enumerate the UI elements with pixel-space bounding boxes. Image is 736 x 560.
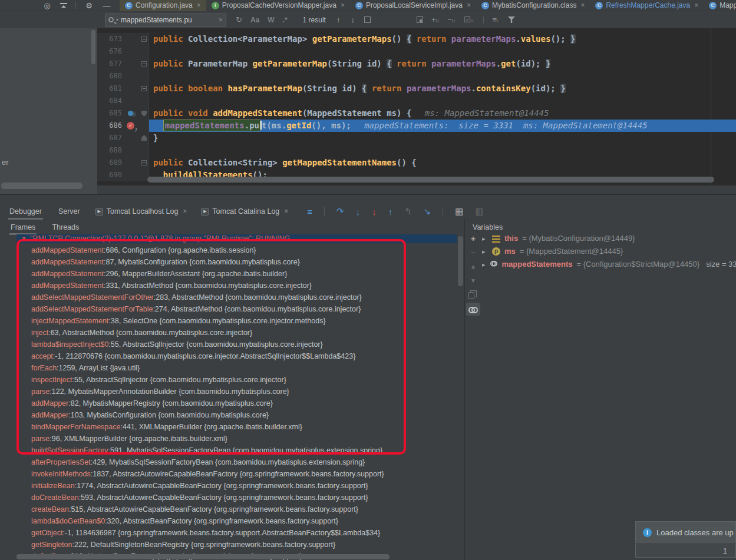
stack-frame[interactable]: addSelectMappedStatementForTable:274, Ab… bbox=[0, 303, 457, 315]
code-line[interactable]: 677 public ParameterMap getParameterMap(… bbox=[97, 58, 736, 70]
code-line[interactable]: 673 public Collection<ParameterMap> getP… bbox=[97, 33, 736, 45]
fold-marker-slot[interactable] bbox=[140, 107, 149, 120]
stack-frame[interactable]: buildSqlSessionFactory:591, MybatisSqlSe… bbox=[0, 445, 457, 456]
tab-mybatis-configuration-class[interactable]: C MybatisConfiguration.class × bbox=[476, 0, 590, 11]
duplicate-watch-icon[interactable] bbox=[470, 290, 477, 297]
fold-marker-slot[interactable] bbox=[140, 157, 149, 169]
remove-occurrence-icon[interactable]: −II bbox=[447, 15, 455, 24]
drop-frame-icon[interactable]: ↰ bbox=[404, 206, 412, 217]
stack-frame[interactable]: getSingleton:222, DefaultSingletonBeanRe… bbox=[0, 539, 457, 551]
variable-row[interactable]: ▸ mappedStatements = {Configuration$Stri… bbox=[482, 258, 736, 271]
stack-frame[interactable]: addMappedStatement:331, AbstractMethod {… bbox=[0, 280, 457, 291]
tab-configuration-java[interactable]: C Configuration.java × bbox=[120, 0, 206, 11]
force-step-into-icon[interactable]: ↓ bbox=[372, 207, 377, 217]
search-input[interactable]: ▾ mappedStatements.pu × bbox=[105, 14, 226, 26]
fold-sq-icon[interactable] bbox=[141, 86, 147, 91]
open-in-find-window-icon[interactable] bbox=[417, 16, 423, 23]
close-icon[interactable]: × bbox=[284, 207, 288, 216]
close-icon[interactable]: × bbox=[694, 1, 698, 9]
stack-frame[interactable]: doCreateBean:593, AbstractAutowireCapabl… bbox=[0, 492, 457, 503]
show-watches-toggle[interactable] bbox=[466, 303, 480, 316]
frames-vertical-scrollbar[interactable] bbox=[458, 236, 463, 286]
code-line[interactable]: 685 ↓ public void addMappedStatement(Map… bbox=[97, 107, 736, 120]
add-watch-icon[interactable]: + bbox=[471, 234, 476, 243]
verified-breakpoint[interactable]: ✓ bbox=[127, 122, 134, 130]
expander-icon[interactable]: ▸ bbox=[482, 232, 488, 245]
stack-frame[interactable]: accept:-1, 212870676 {com.baomidou.mybat… bbox=[0, 350, 457, 362]
panel-vertical-scrollbar[interactable] bbox=[91, 30, 95, 64]
expander-icon[interactable]: ▸ bbox=[482, 245, 488, 258]
tab-proposal-local-service-impl[interactable]: C ProposalLocalServiceImpl.java × bbox=[350, 0, 476, 11]
remove-watch-icon[interactable]: − bbox=[471, 248, 476, 257]
fold-marker-slot[interactable] bbox=[140, 45, 149, 58]
fold-sq-icon[interactable] bbox=[141, 61, 147, 67]
search-history-icon[interactable]: ↻ bbox=[236, 15, 242, 24]
step-out-icon[interactable]: ↑ bbox=[388, 207, 393, 217]
frames-horizontal-scrollbar[interactable] bbox=[16, 554, 390, 559]
code-line[interactable]: 680 bbox=[97, 70, 736, 82]
previous-occurrence-icon[interactable]: ↑ bbox=[336, 15, 341, 24]
code-line[interactable]: 676 bbox=[97, 45, 736, 58]
variable-row[interactable]: ▸ this = {MybatisConfiguration@14449} bbox=[482, 232, 736, 245]
tab-server[interactable]: Server bbox=[50, 203, 88, 220]
stack-frame[interactable]: addMapper:82, MybatisMapperRegistry {com… bbox=[0, 397, 457, 409]
editor-horizontal-scrollbar[interactable] bbox=[147, 177, 714, 183]
stack-frame[interactable]: addMapper:103, MybatisConfiguration {com… bbox=[0, 409, 457, 421]
hide-panel-icon[interactable]: — bbox=[102, 1, 111, 10]
fold-marker-slot[interactable] bbox=[140, 70, 149, 82]
search-history-chevron-icon[interactable]: ▾ bbox=[116, 17, 118, 22]
code-line[interactable]: 689 public Collection<String> getMappedS… bbox=[97, 157, 736, 169]
locate-icon[interactable]: ◎ bbox=[42, 1, 52, 10]
stack-frame[interactable]: inject:63, AbstractMethod {com.baomidou.… bbox=[0, 327, 457, 339]
add-occurrence-icon[interactable]: +II bbox=[431, 15, 439, 24]
fold-sq-icon[interactable] bbox=[141, 37, 147, 42]
thread-selector[interactable]: ▾ "RMI TCP Connection(2)-127.0.0.1"@1,87… bbox=[16, 234, 457, 243]
tab-mapper-method[interactable]: C MapperMethod.java × bbox=[704, 0, 736, 11]
tab-debugger[interactable]: Debugger bbox=[1, 203, 50, 220]
debugger-menu-icon[interactable]: ≡ bbox=[307, 207, 312, 217]
fold-marker-slot[interactable] bbox=[140, 132, 149, 144]
fold-down-icon[interactable] bbox=[141, 111, 147, 117]
fold-marker-slot[interactable] bbox=[140, 33, 149, 45]
panel-horizontal-scrollbar[interactable] bbox=[1, 183, 82, 189]
tab-frames[interactable]: Frames bbox=[2, 220, 44, 235]
whole-words-toggle[interactable]: W bbox=[268, 16, 274, 24]
stack-frame[interactable]: parse:96, XMLMapperBuilder {org.apache.i… bbox=[0, 433, 457, 445]
match-case-toggle[interactable]: Aa bbox=[250, 16, 259, 24]
close-icon[interactable]: × bbox=[580, 1, 585, 9]
stack-frame[interactable]: lambda$doGetBean$0:320, AbstractBeanFact… bbox=[0, 515, 457, 527]
regex-toggle[interactable]: .* bbox=[283, 16, 288, 24]
next-occurrence-icon[interactable]: ↓ bbox=[351, 15, 355, 24]
tab-threads[interactable]: Threads bbox=[44, 220, 87, 235]
tab-refresh-mapper-cache[interactable]: C RefreshMapperCache.java × bbox=[590, 0, 704, 11]
stack-frame[interactable]: initializeBean:1774, AbstractAutowireCap… bbox=[0, 480, 457, 492]
close-icon[interactable]: × bbox=[467, 1, 471, 9]
code-line[interactable]: 681 public boolean hasParameterMap(Strin… bbox=[97, 82, 736, 95]
tab-proposal-cached-version-mapper[interactable]: I ProposalCachedVersionMapper.java × bbox=[206, 0, 350, 11]
close-icon[interactable]: × bbox=[341, 1, 345, 9]
search-in-selection-icon[interactable] bbox=[364, 16, 371, 23]
stack-frame[interactable]: addSelectMappedStatementForOther:283, Ab… bbox=[0, 291, 457, 303]
stack-frame[interactable]: createBean:515, AbstractAutowireCapableB… bbox=[0, 503, 457, 515]
code-line[interactable]: 684 bbox=[97, 95, 736, 107]
run-to-cursor-icon[interactable]: ↘ bbox=[424, 206, 431, 217]
fold-up-icon[interactable] bbox=[141, 135, 147, 141]
layout-settings-icon[interactable]: ▥ bbox=[476, 206, 484, 217]
step-over-icon[interactable]: ↷ bbox=[336, 206, 344, 217]
variable-row[interactable]: ▸ p ms = {MappedStatement@14445} bbox=[482, 245, 736, 258]
fold-marker-slot[interactable] bbox=[140, 144, 149, 157]
code-line[interactable]: 686 ✓? mappedStatements.put(ms.getId(), … bbox=[97, 120, 736, 132]
stack-frame[interactable]: parse:122, MybatisMapperAnnotationBuilde… bbox=[0, 386, 457, 397]
stack-frame[interactable]: invokeInitMethods:1837, AbstractAutowire… bbox=[0, 468, 457, 480]
stack-frame[interactable]: addMappedStatement:296, MapperBuilderAss… bbox=[0, 268, 457, 280]
expander-icon[interactable]: ▸ bbox=[482, 258, 486, 271]
select-all-occurrences-icon[interactable]: ☑II bbox=[464, 15, 474, 24]
code-line[interactable]: 687 } bbox=[97, 132, 736, 144]
close-icon[interactable]: × bbox=[183, 207, 187, 216]
code-line[interactable]: 688 bbox=[97, 144, 736, 157]
fold-marker-slot[interactable] bbox=[140, 58, 149, 70]
stack-frame[interactable]: injectMappedStatement:38, SelectOne {com… bbox=[0, 315, 457, 327]
tab-tomcat-localhost-log[interactable]: ▶ Tomcat Localhost Log × bbox=[88, 207, 194, 216]
thread-expander-icon[interactable]: ▾ bbox=[22, 234, 25, 243]
move-watch-down-icon[interactable]: ▼ bbox=[470, 276, 476, 285]
